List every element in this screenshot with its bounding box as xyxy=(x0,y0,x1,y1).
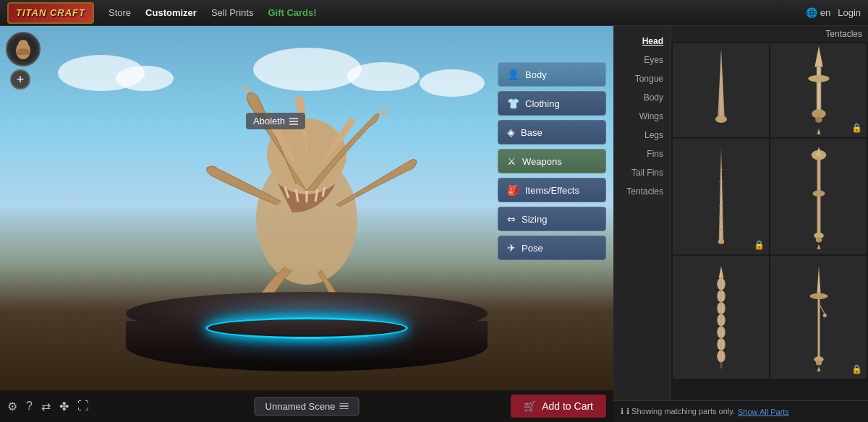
scene-label-container[interactable]: Unnamed Scene xyxy=(255,397,359,415)
weapons-button[interactable]: ⚔ Weapons xyxy=(498,149,606,173)
brand-logo[interactable]: TITAN CRAFT xyxy=(7,2,94,24)
svg-point-15 xyxy=(718,239,723,244)
sizing-button[interactable]: ⇔ Sizing xyxy=(498,207,606,231)
part-item-3[interactable]: 🔒 xyxy=(673,139,769,254)
items-effects-button[interactable]: 🎒 Items/Effects xyxy=(498,178,606,202)
creature-label[interactable]: Aboleth xyxy=(246,113,305,129)
svg-rect-9 xyxy=(816,67,821,114)
language-selector[interactable]: 🌐 en xyxy=(806,7,830,18)
add-to-cart-label: Add to Cart xyxy=(542,400,593,412)
svg-rect-37 xyxy=(720,278,722,369)
parts-nav-eyes[interactable]: Eyes xyxy=(613,51,671,69)
parts-nav-tongue[interactable]: Tongue xyxy=(613,69,671,88)
svg-point-10 xyxy=(808,75,829,82)
lang-label: en xyxy=(820,7,830,18)
nav-right: 🌐 en Login xyxy=(806,7,861,18)
part-item-5[interactable] xyxy=(673,256,769,379)
cart-icon: 🛒 xyxy=(524,400,536,412)
nav-store[interactable]: Store xyxy=(109,7,131,18)
globe-icon: 🌐 xyxy=(806,7,817,18)
sizing-label: Sizing xyxy=(522,214,547,225)
svg-point-45 xyxy=(822,314,826,317)
top-navigation: TITAN CRAFT Store Customizer Sell Prints… xyxy=(0,0,868,26)
info-icon: ℹ xyxy=(621,407,624,416)
creature-menu-icon[interactable] xyxy=(289,118,298,125)
svg-marker-28 xyxy=(817,244,820,249)
fullscreen-icon[interactable]: ⛶ xyxy=(77,400,89,413)
lock-icon-3: 🔒 xyxy=(754,240,765,250)
svg-marker-8 xyxy=(814,46,822,66)
settings-icon[interactable]: ⚙ xyxy=(7,400,17,413)
parts-navigation: Head Eyes Tongue Body Wings Legs Fins Ta… xyxy=(613,26,671,400)
parts-nav-fins[interactable]: Fins xyxy=(613,145,671,163)
parts-nav-tail-fins[interactable]: Tail Fins xyxy=(613,163,671,182)
parts-browser: Head Eyes Tongue Body Wings Legs Fins Ta… xyxy=(613,26,868,400)
svg-point-27 xyxy=(815,238,822,243)
parts-grid: 🔒 xyxy=(671,42,868,380)
nav-customizer[interactable]: Customizer xyxy=(145,7,197,18)
parts-section-label: Tentacles xyxy=(671,26,868,42)
lock-icon-6: 🔒 xyxy=(851,364,862,374)
pose-button[interactable]: ✈ Pose xyxy=(498,236,606,260)
nav-gift-cards[interactable]: Gift Cards! xyxy=(268,7,316,18)
base-icon: ◈ xyxy=(507,126,515,138)
weapons-icon: ⚔ xyxy=(507,155,516,167)
add-character-button[interactable]: + xyxy=(10,69,30,90)
3d-viewport[interactable]: + Aboleth 👤 Body 👕 Clothing ◈ Base xyxy=(0,26,613,422)
svg-marker-13 xyxy=(817,129,820,134)
svg-rect-40 xyxy=(817,298,820,358)
creature-name: Aboleth xyxy=(253,116,285,126)
clothing-label: Clothing xyxy=(525,98,560,109)
share-icon[interactable]: ⇄ xyxy=(41,400,51,413)
svg-marker-14 xyxy=(718,148,723,241)
bottom-info-bar: ℹ ℹ Showing matching parts only. Show Al… xyxy=(613,400,868,422)
platform-ring xyxy=(205,317,408,339)
cloud-2 xyxy=(116,66,174,91)
svg-point-12 xyxy=(815,117,822,123)
clothing-button[interactable]: 👕 Clothing xyxy=(498,91,606,116)
help-icon[interactable]: ? xyxy=(26,400,33,413)
creature-options-icon[interactable]: ✤ xyxy=(59,400,69,413)
viewport-toolbar: ⚙ ? ⇄ ✤ ⛶ Unnamed Scene 🛒 Add to Cart xyxy=(0,390,613,422)
svg-marker-29 xyxy=(718,266,723,278)
items-label: Items/Effects xyxy=(525,185,579,196)
add-to-cart-button[interactable]: 🛒 Add to Cart xyxy=(511,395,606,418)
scene-name: Unnamed Scene xyxy=(265,401,336,412)
body-label: Body xyxy=(525,69,547,80)
parts-nav-wings[interactable]: Wings xyxy=(613,107,671,126)
svg-marker-43 xyxy=(817,366,820,371)
parts-nav-head[interactable]: Head xyxy=(613,32,671,51)
part-item-1[interactable] xyxy=(673,43,769,137)
sizing-icon: ⇔ xyxy=(507,213,516,225)
character-thumbnail[interactable] xyxy=(6,32,41,66)
part-item-4[interactable] xyxy=(770,139,867,254)
parts-nav-legs[interactable]: Legs xyxy=(613,126,671,145)
parts-nav-body[interactable]: Body xyxy=(613,88,671,107)
items-icon: 🎒 xyxy=(507,184,519,196)
showing-info-text: ℹ Showing matching parts only. xyxy=(626,407,735,416)
part-item-6[interactable]: 🔒 xyxy=(770,256,867,379)
body-button[interactable]: 👤 Body xyxy=(498,62,606,87)
base-label: Base xyxy=(521,127,542,138)
svg-marker-38 xyxy=(817,266,820,293)
parts-nav-tentacles[interactable]: Tentacles xyxy=(613,182,671,201)
customizer-buttons: 👤 Body 👕 Clothing ◈ Base ⚔ Weapons 🎒 Ite… xyxy=(498,62,606,260)
main-layout: + Aboleth 👤 Body 👕 Clothing ◈ Base xyxy=(0,26,868,422)
svg-point-42 xyxy=(815,361,821,366)
clothing-icon: 👕 xyxy=(507,98,519,109)
parts-grid-container: Tentacles xyxy=(671,26,868,400)
svg-line-44 xyxy=(820,305,825,314)
display-platform xyxy=(126,292,488,379)
pose-icon: ✈ xyxy=(507,242,516,254)
cloud-5 xyxy=(420,69,485,97)
right-panel: Head Eyes Tongue Body Wings Legs Fins Ta… xyxy=(613,26,868,422)
show-all-parts-link[interactable]: Show All Parts xyxy=(738,408,789,416)
body-icon: 👤 xyxy=(507,69,519,80)
svg-point-4 xyxy=(18,40,28,50)
part-item-2[interactable]: 🔒 xyxy=(770,43,867,137)
login-button[interactable]: Login xyxy=(838,7,861,18)
base-button[interactable]: ◈ Base xyxy=(498,120,606,145)
nav-links: Store Customizer Sell Prints Gift Cards! xyxy=(109,7,806,18)
scene-menu-icon[interactable] xyxy=(339,403,348,410)
nav-sell-prints[interactable]: Sell Prints xyxy=(211,7,254,18)
